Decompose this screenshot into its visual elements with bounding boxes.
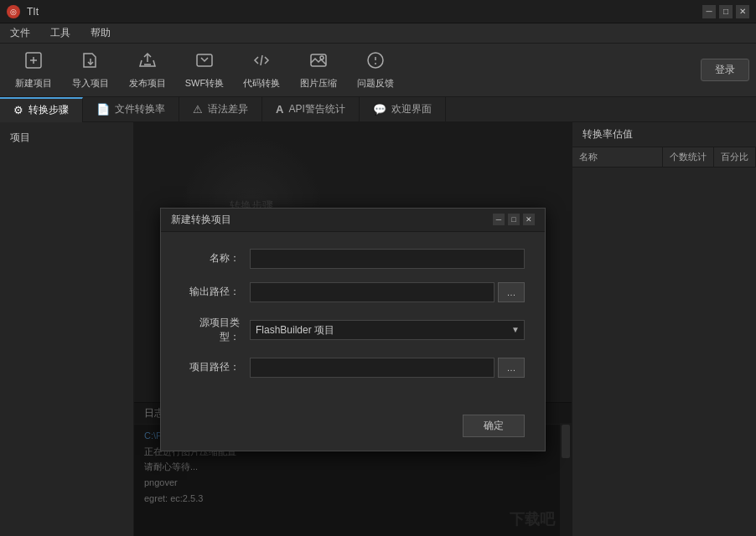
title-bar-controls: ─ □ ✕: [702, 5, 749, 18]
toolbar-new-project-label: 新建项目: [15, 77, 52, 90]
title-bar-left: ◎ TIt: [7, 5, 39, 18]
tab-bar: ⚙ 转换步骤 📄 文件转换率 ⚠ 语法差异 A API警告统计 💬 欢迎界面: [0, 97, 756, 122]
app-icon: ◎: [7, 5, 20, 18]
form-row-source-type: 源项目类型： FlashBuilder 项目 Flash IDE 项目 ▼: [181, 316, 525, 344]
source-type-select[interactable]: FlashBuilder 项目 Flash IDE 项目: [250, 320, 525, 340]
form-row-output-path: 输出路径： …: [181, 282, 525, 302]
modal-overlay: 新建转换项目 ─ □ ✕ 名称： 输出路径: [134, 122, 572, 536]
tab-convert-steps[interactable]: ⚙ 转换步骤: [0, 97, 83, 122]
swf-icon: [194, 50, 215, 74]
output-path-browse-button[interactable]: …: [498, 282, 525, 302]
sidebar: 项目: [0, 122, 134, 536]
dialog-title: 新建转换项目: [171, 213, 231, 227]
dialog: 新建转换项目 ─ □ ✕ 名称： 输出路径: [160, 208, 546, 451]
toolbar-feedback[interactable]: 问题反馈: [349, 47, 402, 94]
app-title: TIt: [27, 6, 39, 18]
login-button[interactable]: 登录: [701, 59, 749, 81]
right-table-col-percent: 百分比: [714, 147, 756, 167]
toolbar-feedback-label: 问题反馈: [357, 77, 394, 90]
right-table-header: 名称 个数统计 百分比: [572, 147, 756, 168]
source-type-label: 源项目类型：: [181, 316, 240, 344]
output-path-field: …: [250, 282, 525, 302]
output-path-input[interactable]: [250, 282, 495, 302]
content-area: 转换步骤 日志 C:\Program Files\Egret\EgretConv…: [134, 122, 572, 536]
toolbar-import-label: 导入项目: [72, 77, 109, 90]
maximize-button[interactable]: □: [719, 5, 733, 18]
main-layout: 项目 转换步骤 日志 C:\Program Files\Egret\EgretC…: [0, 122, 756, 536]
image-icon: [308, 50, 329, 74]
publish-icon: [137, 50, 158, 74]
name-input[interactable]: [250, 249, 525, 269]
new-project-icon: [23, 50, 44, 74]
right-table-col-name: 名称: [572, 147, 663, 167]
code-icon: [251, 50, 272, 74]
project-path-browse-button[interactable]: …: [498, 358, 525, 378]
minimize-button[interactable]: ─: [702, 5, 716, 18]
menu-help[interactable]: 帮助: [87, 24, 114, 42]
project-path-field: …: [250, 358, 525, 378]
source-type-wrapper: FlashBuilder 项目 Flash IDE 项目 ▼: [250, 320, 525, 340]
dialog-minimize-button[interactable]: ─: [493, 214, 505, 225]
menu-file[interactable]: 文件: [7, 24, 34, 42]
form-row-project-path: 项目路径： …: [181, 358, 525, 378]
toolbar-swf-convert[interactable]: SWF转换: [178, 47, 231, 94]
name-label: 名称：: [181, 251, 240, 265]
svg-point-11: [375, 63, 376, 64]
dialog-footer: 确定: [161, 408, 545, 451]
sidebar-title: 项目: [0, 126, 133, 150]
project-path-input[interactable]: [250, 358, 495, 378]
dialog-controls: ─ □ ✕: [493, 214, 535, 225]
api-icon: A: [276, 103, 283, 116]
dialog-body: 名称： 输出路径： … 源项目类型：: [161, 232, 545, 408]
convert-steps-icon: ⚙: [13, 104, 23, 116]
tab-welcome[interactable]: 💬 欢迎界面: [360, 97, 446, 122]
import-icon: [80, 50, 101, 74]
project-path-label: 项目路径：: [181, 360, 240, 374]
dialog-titlebar: 新建转换项目 ─ □ ✕: [161, 209, 545, 232]
file-convert-icon: 📄: [96, 103, 110, 116]
toolbar-image-compress[interactable]: 图片压缩: [292, 47, 345, 94]
close-button[interactable]: ✕: [736, 5, 749, 18]
feedback-icon: [365, 50, 386, 74]
grammar-diff-icon: ⚠: [193, 103, 203, 116]
menu-tools[interactable]: 工具: [47, 24, 74, 42]
svg-line-6: [261, 55, 262, 65]
form-row-name: 名称：: [181, 249, 525, 269]
toolbar-image-label: 图片压缩: [300, 77, 337, 90]
tab-file-convert-rate[interactable]: 📄 文件转换率: [83, 97, 179, 122]
title-bar: ◎ TIt ─ □ ✕: [0, 0, 756, 23]
tab-api-stats[interactable]: A API警告统计: [262, 97, 360, 122]
toolbar-new-project[interactable]: 新建项目: [7, 47, 60, 94]
toolbar-swf-label: SWF转换: [185, 77, 224, 90]
menu-bar: 文件 工具 帮助: [0, 23, 756, 44]
svg-point-8: [320, 56, 324, 59]
toolbar-publish-label: 发布项目: [129, 77, 166, 90]
toolbar: 新建项目 导入项目 发布项目 SWF转换 代码转换 图片压缩 问题反馈: [0, 44, 756, 97]
right-panel-title: 转换率估值: [572, 122, 756, 147]
toolbar-code-convert[interactable]: 代码转换: [235, 47, 288, 94]
confirm-button[interactable]: 确定: [463, 415, 525, 437]
dialog-maximize-button[interactable]: □: [508, 214, 520, 225]
tab-grammar-diff[interactable]: ⚠ 语法差异: [179, 97, 262, 122]
output-path-label: 输出路径：: [181, 285, 240, 299]
right-panel: 转换率估值 名称 个数统计 百分比: [572, 122, 756, 536]
toolbar-code-label: 代码转换: [243, 77, 280, 90]
toolbar-publish-project[interactable]: 发布项目: [121, 47, 174, 94]
dialog-close-button[interactable]: ✕: [523, 214, 535, 225]
welcome-icon: 💬: [373, 103, 386, 116]
toolbar-import-project[interactable]: 导入项目: [64, 47, 117, 94]
right-table-col-count: 个数统计: [663, 147, 714, 167]
